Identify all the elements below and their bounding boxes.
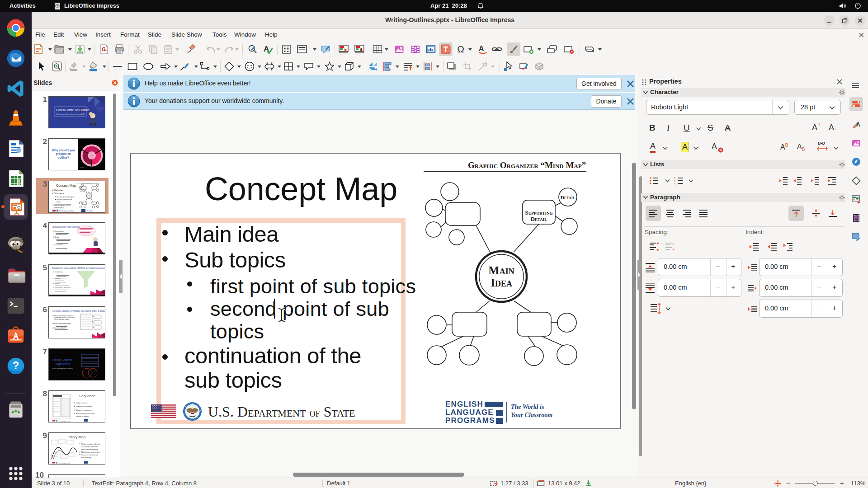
- svg-text:U.S. Department of State: U.S. Department of State: [58, 421, 71, 422]
- svg-text:Main: Main: [488, 264, 514, 277]
- svg-text:IDEA: IDEA: [88, 196, 90, 197]
- svg-text:parts of the reading: parts of the reading: [81, 448, 98, 450]
- svg-text:Concept Map: Concept Map: [56, 183, 76, 188]
- svg-text:topics: topics: [57, 201, 61, 203]
- svg-text:Supporting: Supporting: [525, 209, 553, 216]
- svg-text:outline?: outline?: [57, 156, 69, 159]
- svg-text:3. Results: 3. Results: [53, 283, 60, 285]
- svg-text:A: A: [479, 45, 484, 52]
- svg-text:Idea: Idea: [491, 276, 512, 289]
- svg-text:sub topics: sub topics: [54, 206, 64, 209]
- svg-text:UKI Graduate Writing Center, S: UKI Graduate Writing Center, Spring 2021: [56, 113, 85, 115]
- svg-text:How to Write an Outline: How to Write an Outline: [56, 108, 90, 112]
- svg-text:Organizers: Organizers: [55, 362, 71, 366]
- svg-text:2: 2: [674, 180, 676, 183]
- svg-text:Learn to summarize: Learn to summarize: [81, 454, 99, 456]
- svg-text:Ω: Ω: [457, 44, 464, 54]
- svg-text:prepare an: prepare an: [56, 152, 71, 156]
- svg-text:Relationship between: Relationship between: [76, 413, 95, 415]
- svg-text:Helps students identify: Helps students identify: [81, 443, 101, 445]
- svg-text:Visual Strategies for Outlinin: Visual Strategies for Outlining: [52, 368, 73, 370]
- svg-text:continuation of the: continuation of the: [54, 204, 71, 206]
- svg-text:Structuring your outline: Structuring your outline: [52, 225, 80, 228]
- svg-text:first point of sub topics: first point of sub topics: [57, 196, 75, 198]
- svg-text:Steps in a process: Steps in a process: [76, 409, 93, 411]
- svg-text:4. Discussion/ Conclusion: 4. Discussion/ Conclusion: [53, 287, 71, 289]
- svg-text:Check your organization: Check your organization: [54, 323, 71, 324]
- svg-text:Story Map: Story Map: [69, 435, 86, 439]
- svg-text:cause & effect: cause & effect: [76, 415, 89, 418]
- svg-text:Detail: Detail: [531, 216, 547, 222]
- svg-text:Using Graphic: Using Graphic: [52, 358, 73, 362]
- svg-text:Order events: Order events: [76, 402, 88, 404]
- svg-text:The World is: The World is: [89, 462, 95, 464]
- svg-text:U.S. Department of State: U.S. Department of State: [58, 463, 71, 464]
- svg-text:Structuring your outline: IMRA: Structuring your outline: IMRAD formatte…: [52, 267, 105, 269]
- svg-text:A: A: [856, 122, 860, 128]
- svg-text:3: 3: [674, 183, 676, 186]
- svg-text:Sub topics: Sub topics: [54, 192, 64, 195]
- svg-text:Graphic Organizer "Mind Map": Graphic Organizer "Mind Map": [75, 183, 92, 184]
- svg-text:left or suit your needs: left or suit your needs: [54, 319, 69, 320]
- svg-text:& examine different: & examine different: [81, 446, 98, 448]
- svg-text:1. Introduction: 1. Introduction: [53, 271, 63, 273]
- svg-text:Non-fiction and fiction: Non-fiction and fiction: [81, 451, 100, 453]
- svg-text:the reading: the reading: [81, 456, 91, 459]
- svg-text:1. Introduction: 1. Introduction: [53, 230, 64, 232]
- svg-text:Timeline of events: Timeline of events: [76, 405, 92, 408]
- svg-text:Detail: Detail: [561, 195, 575, 200]
- svg-text:2. Body: 2. Body: [53, 236, 59, 238]
- svg-text:To some debate?: To some debate?: [54, 327, 66, 329]
- svg-text:Why should you: Why should you: [52, 149, 75, 152]
- svg-text:The World is: The World is: [89, 420, 95, 422]
- svg-text:?: ?: [13, 359, 19, 371]
- svg-text:Reverse Outline: Produce an ou: Reverse Outline: Produce an outline from…: [52, 310, 105, 312]
- svg-text:1: 1: [674, 177, 676, 179]
- svg-text:Sequence: Sequence: [79, 394, 96, 398]
- svg-text:U.S. Department of State: U.S. Department of State: [59, 210, 74, 212]
- svg-text:The World is: The World is: [86, 210, 93, 212]
- svg-text:3. Conclusion: 3. Conclusion: [53, 244, 63, 246]
- svg-text:Main idea: Main idea: [54, 189, 63, 192]
